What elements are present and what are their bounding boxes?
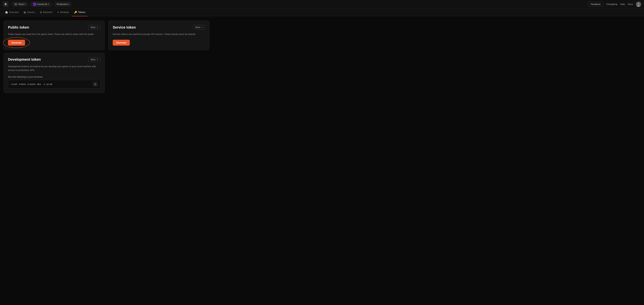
tab-overview[interactable]: 🏠 Overview (3, 8, 21, 16)
org-label: Unreal De (37, 3, 48, 5)
tab-backend[interactable]: ⊞ Backend (38, 8, 54, 16)
dev-token-docs-button[interactable]: Docs ↗ (88, 57, 100, 62)
home-icon: 🏠 (5, 11, 8, 14)
copy-command-button[interactable]: ⧉ (93, 82, 98, 86)
dev-token-card: Development token Docs ↗ Development tok… (4, 53, 105, 93)
rivet-label: Rivet (18, 3, 24, 5)
rivet-breadcrumb[interactable]: R Rivet ▾ (12, 2, 27, 6)
svg-point-1 (638, 3, 640, 4)
dev-token-header: Development token Docs ↗ (8, 57, 100, 62)
key-icon: 🔑 (74, 11, 77, 14)
dev-token-title: Development token (8, 57, 41, 61)
env-label: Production (57, 3, 68, 5)
public-token-docs-button[interactable]: Docs ↗ (88, 25, 100, 30)
public-token-card: Public token Docs ↗ Public tokens are us… (4, 20, 105, 50)
tab-tokens-label: Tokens (78, 11, 86, 13)
chevron-down-icon-2: ▾ (48, 3, 49, 5)
public-token-desc: Public tokens are used from the game cli… (8, 32, 100, 36)
backend-icon: ⊞ (40, 11, 42, 14)
tab-backend-label: Backend (43, 11, 52, 13)
dev-token-desc: Development tokens are built to let you … (8, 65, 100, 72)
service-token-card: Service token Docs ↗ Service tokens are … (108, 20, 210, 50)
chevron-down-icon: ▾ (24, 3, 26, 5)
tab-modules[interactable]: ✦ Modules (55, 8, 71, 16)
tab-modules-label: Modules (60, 11, 69, 13)
nav-right: Feedback Changelog Help Docs (588, 1, 641, 7)
modules-icon: ✦ (57, 11, 59, 14)
tab-servers[interactable]: ▦ Servers (22, 8, 37, 16)
feedback-button[interactable]: Feedback (588, 2, 603, 6)
tab-tokens[interactable]: 🔑 Tokens (72, 8, 88, 16)
avatar[interactable] (636, 1, 641, 7)
external-link-icon-service: ↗ (201, 26, 203, 28)
top-nav: R › R Rivet ▾ › Unreal De ▾ › Production… (0, 0, 644, 8)
generate-public-wrapper: Generate (8, 40, 25, 45)
terminal-block: rivet token create dev -n prod ⧉ (8, 80, 100, 88)
help-link[interactable]: Help (620, 3, 625, 5)
generate-public-button[interactable]: Generate (8, 40, 25, 45)
left-column: Public token Docs ↗ Public tokens are us… (4, 20, 105, 93)
nav-left: R › R Rivet ▾ › Unreal De ▾ › Production… (3, 1, 71, 7)
env-breadcrumb[interactable]: Production ▾ (55, 2, 71, 6)
secondary-nav: 🏠 Overview ▦ Servers ⊞ Backend ✦ Modules… (0, 8, 644, 16)
public-token-title: Public token (8, 25, 29, 29)
service-token-docs-label: Docs (196, 26, 200, 28)
dev-token-docs-label: Docs (91, 58, 96, 61)
changelog-link[interactable]: Changelog (606, 3, 617, 5)
tab-overview-label: Overview (9, 11, 19, 13)
terminal-command: rivet token create dev -n prod (11, 83, 52, 86)
service-token-docs-button[interactable]: Docs ↗ (193, 25, 205, 30)
docs-link[interactable]: Docs (628, 3, 633, 5)
public-token-docs-label: Docs (91, 26, 96, 28)
rivet-prefix: R (14, 3, 18, 5)
generate-service-button[interactable]: Generate (113, 40, 130, 45)
public-token-header: Public token Docs ↗ (8, 25, 100, 30)
main-content: Public token Docs ↗ Public tokens are us… (0, 16, 213, 97)
service-token-title: Service token (113, 25, 136, 29)
org-icon (33, 3, 36, 6)
servers-icon: ▦ (24, 11, 26, 14)
org-breadcrumb[interactable]: Unreal De ▾ (31, 2, 51, 7)
external-link-icon-dev: ↗ (96, 58, 98, 61)
chevron-down-icon-3: ▾ (68, 3, 69, 5)
terminal-label: Run the following in your terminal: (8, 75, 100, 78)
breadcrumb-sep-1: › (10, 3, 11, 6)
service-token-desc: Service tokens are used from private API… (113, 32, 205, 36)
breadcrumb-sep-2: › (29, 3, 30, 6)
right-column: Service token Docs ↗ Service tokens are … (108, 20, 210, 93)
breadcrumb-sep-3: › (52, 3, 53, 6)
service-token-header: Service token Docs ↗ (113, 25, 205, 30)
copy-icon: ⧉ (94, 83, 96, 85)
logo-button[interactable]: R (3, 1, 8, 7)
external-link-icon: ↗ (96, 26, 98, 28)
tab-servers-label: Servers (27, 11, 35, 13)
